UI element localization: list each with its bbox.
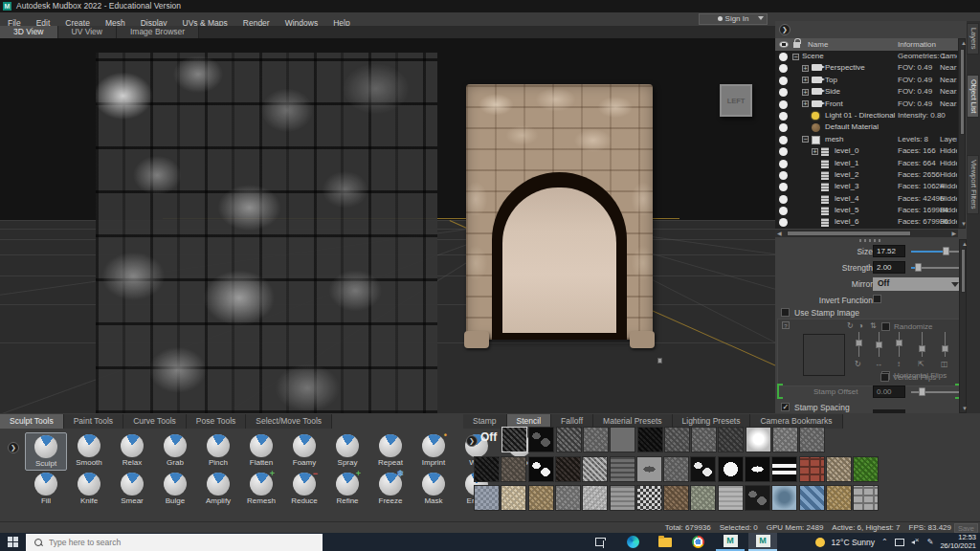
visibility-dot[interactable] <box>779 112 788 121</box>
stencil-noise-mid[interactable] <box>556 427 582 452</box>
random-slider-3[interactable] <box>899 332 900 357</box>
tree-vertical-scrollbar[interactable]: ▲ ▼ <box>958 38 966 229</box>
tab-sculpt-tools[interactable]: Sculpt Tools <box>0 414 64 429</box>
tool-smear[interactable]: Smear <box>111 471 153 509</box>
scrollbar-thumb[interactable] <box>787 231 911 236</box>
properties-vertical-scrollbar[interactable]: ▲ ▼ <box>959 239 967 413</box>
expand-icon[interactable]: + <box>802 89 809 96</box>
mudbox-taskbar-button-2[interactable]: M <box>748 533 777 551</box>
tray-chevron-icon[interactable]: ⌃ <box>881 538 888 546</box>
stencil-horizontal-lines[interactable] <box>610 456 635 482</box>
tree-row-top[interactable]: +TopFOV: 0.49Near: <box>775 75 958 86</box>
stencil-gray-noise-2[interactable] <box>691 427 717 452</box>
stencil-rough-brown[interactable] <box>501 456 526 482</box>
visibility-dot[interactable] <box>779 195 788 204</box>
view-cube-left-face[interactable]: LEFT <box>720 84 752 117</box>
random-slider-2[interactable] <box>879 332 880 357</box>
flip-horizontal-icon[interactable]: ◑ <box>858 321 863 330</box>
tab-image-browser[interactable]: Image Browser <box>117 26 199 38</box>
tool-pinch[interactable]: Pinch <box>197 432 239 471</box>
tree-row-level-5[interactable]: level_5Faces: 169984Hidde <box>775 205 958 216</box>
volume-muted-icon[interactable] <box>911 539 921 546</box>
stencil-gray-stones[interactable] <box>853 485 879 511</box>
visibility-dot[interactable] <box>779 171 788 180</box>
expand-icon[interactable]: + <box>812 148 818 155</box>
scroll-right-icon[interactable]: ▶ <box>951 230 956 237</box>
visibility-dot[interactable] <box>779 207 788 215</box>
stencil-red-bricks[interactable] <box>799 456 825 482</box>
tab-paint-tools[interactable]: Paint Tools <box>64 414 123 429</box>
visibility-dot[interactable] <box>779 100 788 109</box>
sign-in-dropdown-icon[interactable] <box>758 16 764 20</box>
search-input[interactable] <box>49 538 288 547</box>
tool-amplify[interactable]: Amplify <box>197 471 239 509</box>
task-view-button[interactable] <box>586 533 614 551</box>
tool-flatten[interactable]: Flatten <box>240 432 282 471</box>
export-icon[interactable]: ⇱ <box>918 360 924 368</box>
tab-pose-tools[interactable]: Pose Tools <box>187 414 246 429</box>
stencil-parchment-light[interactable] <box>501 485 526 511</box>
expand-icon[interactable]: + <box>802 65 809 72</box>
stencil-white-circle[interactable] <box>718 456 744 482</box>
visibility-dot[interactable] <box>779 147 788 156</box>
stencil-gray-noise-3[interactable] <box>772 427 798 452</box>
stencil-parchment[interactable] <box>826 456 852 482</box>
stamp-preview-box[interactable] <box>803 334 845 376</box>
tree-row-level-2[interactable]: level_2Faces: 2656Hidde <box>775 169 958 181</box>
edge-button[interactable] <box>618 533 647 551</box>
save-button[interactable]: Save <box>954 523 978 533</box>
tool-repeat[interactable]: Repeat <box>369 432 412 471</box>
tree-row-side[interactable]: +SideFOV: 0.49Near: <box>775 86 958 98</box>
stencil-gray-lines[interactable] <box>610 485 635 511</box>
side-tab-viewport-filters[interactable]: Viewport Filters <box>967 155 979 214</box>
stencil-brown-rough[interactable] <box>663 485 689 511</box>
visibility-dot[interactable] <box>779 218 788 227</box>
weather-text[interactable]: 12°C Sunny <box>832 538 875 547</box>
stencil-blue-weave[interactable] <box>799 485 825 511</box>
tree-row-level-6[interactable]: level_6Faces: 679936Hidde <box>775 216 958 228</box>
vertical-flips-checkbox[interactable] <box>880 373 889 382</box>
tree-row-level-1[interactable]: level_1Faces: 664Hidde <box>775 158 958 169</box>
stencil-stone-tan[interactable] <box>528 485 554 511</box>
chrome-button[interactable] <box>683 533 712 551</box>
random-slider-5[interactable] <box>945 332 946 357</box>
stencil-white-ellipse[interactable] <box>745 456 770 482</box>
tree-row-default-material[interactable]: Default Material <box>775 121 958 133</box>
stamp-help-icon[interactable]: ? <box>782 321 790 329</box>
stencil-white-blob[interactable] <box>746 427 771 452</box>
invert-function-checkbox[interactable] <box>873 295 881 303</box>
weather-sun-icon[interactable] <box>815 538 825 547</box>
copy-icon[interactable]: ◫ <box>941 360 948 368</box>
stencil-gray-noise-1[interactable] <box>664 427 690 452</box>
tree-row-front[interactable]: +FrontFOV: 0.49Near: <box>775 99 958 110</box>
tool-reduce[interactable]: −Reduce <box>283 471 325 509</box>
clock[interactable]: 12:53 26/10/2021 <box>940 534 976 550</box>
expand-icon[interactable]: + <box>802 77 809 83</box>
tool-fill[interactable]: Fill <box>25 471 67 509</box>
pen-icon[interactable]: ✎ <box>927 538 934 546</box>
panel-expand-icon[interactable]: ❯ <box>779 24 791 35</box>
width-random-icon[interactable]: ↔ <box>875 360 882 368</box>
stencil-ear-photo[interactable] <box>771 485 797 511</box>
random-slider-4[interactable] <box>922 332 923 357</box>
visibility-dot[interactable] <box>779 77 788 85</box>
side-tab-layers[interactable]: Layers <box>967 23 979 55</box>
stencil-gray-streak[interactable] <box>582 456 608 482</box>
stencil-green-grass[interactable] <box>853 456 879 482</box>
strength-input[interactable]: 2.00 <box>873 261 905 274</box>
tree-row-level-3[interactable]: level_3Faces: 10624Hidde <box>775 181 958 192</box>
visibility-dot[interactable] <box>779 53 788 61</box>
mirror-dropdown[interactable]: Off <box>873 277 963 291</box>
collapse-icon[interactable]: − <box>802 136 809 143</box>
visibility-dot[interactable] <box>779 64 788 73</box>
tree-horizontal-scrollbar[interactable]: ◀ ▶ <box>775 230 958 237</box>
flip-vertical-icon[interactable]: ⇅ <box>870 321 877 330</box>
stamp-offset-input[interactable]: 0.00 <box>873 386 905 398</box>
random-slider-1[interactable] <box>858 332 859 357</box>
network-display-icon[interactable] <box>895 539 904 546</box>
stencil-gray-noise-5[interactable] <box>555 485 581 511</box>
size-input[interactable]: 17.52 <box>873 245 905 257</box>
stencil-noise-soft[interactable] <box>583 427 609 452</box>
stencil-tray-expand-icon[interactable]: ❯ <box>466 435 478 447</box>
tool-freeze[interactable]: ❄Freeze <box>369 471 412 509</box>
